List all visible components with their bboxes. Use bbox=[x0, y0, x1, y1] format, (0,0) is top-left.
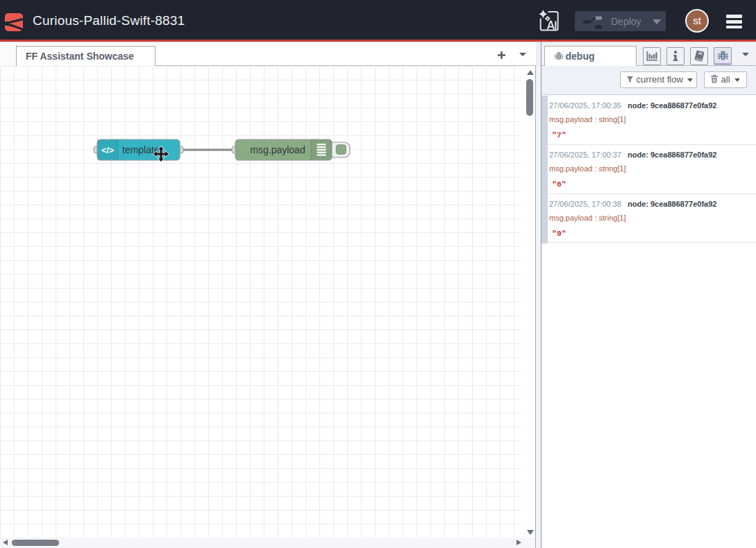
svg-text:</>: </> bbox=[101, 146, 114, 155]
svg-text:msg.payload: msg.payload bbox=[250, 144, 305, 155]
